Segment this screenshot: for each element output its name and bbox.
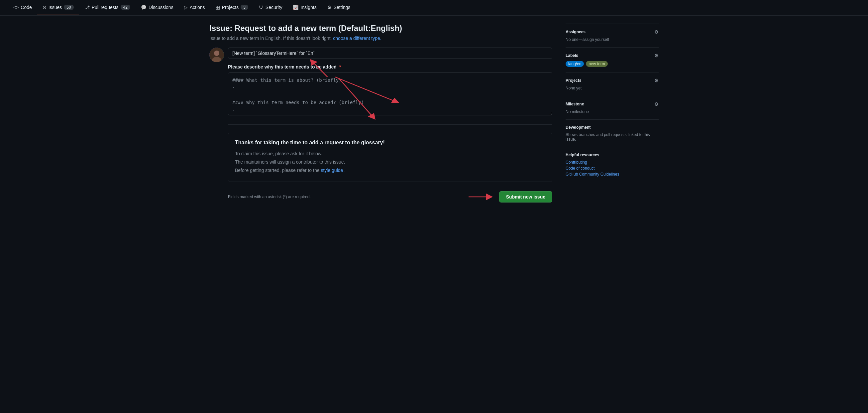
form-content: Please describe why this term needs to b… xyxy=(228,48,552,203)
milestone-gear-icon[interactable]: ⚙ xyxy=(654,101,659,107)
issues-icon: ⊙ xyxy=(42,5,46,10)
projects-badge: 3 xyxy=(241,5,248,10)
nav-security-label: Security xyxy=(266,5,282,10)
labels-list: lang/en new term xyxy=(566,61,659,67)
assignees-header: Assignees ⚙ xyxy=(566,29,659,35)
issue-form-area: Please describe why this term needs to b… xyxy=(209,48,552,203)
thanks-section: Thanks for taking the time to add a requ… xyxy=(228,133,552,182)
nav-pull-requests[interactable]: ⎇ Pull requests 42 xyxy=(79,0,135,15)
subtitle-text: Issue to add a new term in English. If t… xyxy=(209,36,333,41)
assignees-section: Assignees ⚙ No one—assign yourself xyxy=(566,24,659,47)
security-icon: 🛡 xyxy=(259,5,264,10)
assignees-gear-icon[interactable]: ⚙ xyxy=(654,29,659,35)
section-divider xyxy=(228,124,552,125)
nav-discussions-label: Discussions xyxy=(149,5,174,10)
insights-icon: 📈 xyxy=(293,5,299,10)
section-label: Please describe why this term needs to b… xyxy=(228,64,552,69)
nav-settings[interactable]: ⚙ Settings xyxy=(322,0,356,15)
projects-icon: ▦ xyxy=(216,5,220,10)
nav-bar: <> Code ⊙ Issues 50 ⎇ Pull requests 42 💬… xyxy=(0,0,868,16)
thanks-line2: The maintainers will assign a contributo… xyxy=(235,159,345,165)
thanks-line3-suffix: . xyxy=(344,168,346,173)
projects-gear-icon[interactable]: ⚙ xyxy=(654,78,659,83)
code-of-conduct-link[interactable]: Code of conduct xyxy=(566,166,659,171)
code-icon: <> xyxy=(13,5,19,10)
nav-issues-label: Issues xyxy=(49,5,62,10)
left-column: Issue: Request to add a new term (Defaul… xyxy=(209,24,552,203)
helpful-resources-title: Helpful resources xyxy=(566,153,659,157)
main-container: Issue: Request to add a new term (Defaul… xyxy=(202,16,666,210)
settings-icon: ⚙ xyxy=(327,5,332,10)
projects-value: None yet xyxy=(566,86,659,90)
svg-point-4 xyxy=(214,51,219,56)
fields-note: Fields marked with an asterisk (*) are r… xyxy=(228,195,311,199)
contributing-link[interactable]: Contributing xyxy=(566,160,659,165)
submit-button[interactable]: Submit new issue xyxy=(499,191,552,203)
development-title: Development xyxy=(566,125,591,130)
subtitle: Issue to add a new term in English. If t… xyxy=(209,36,552,41)
assignees-title: Assignees xyxy=(566,30,586,34)
development-value: Shows branches and pull requests linked … xyxy=(566,132,659,142)
thanks-line1: To claim this issue, please ask for it b… xyxy=(235,151,322,156)
nav-insights-label: Insights xyxy=(301,5,316,10)
nav-actions[interactable]: ▷ Actions xyxy=(179,0,210,15)
milestone-value: No milestone xyxy=(566,109,659,114)
page-title: Issue: Request to add a new term (Defaul… xyxy=(209,24,552,33)
labels-gear-icon[interactable]: ⚙ xyxy=(654,53,659,58)
community-guidelines-link[interactable]: GitHub Community Guidelines xyxy=(566,172,659,177)
labels-title: Labels xyxy=(566,53,578,58)
avatar xyxy=(209,48,224,62)
nav-discussions[interactable]: 💬 Discussions xyxy=(135,0,179,15)
style-guide-link[interactable]: style guide xyxy=(321,168,343,173)
development-section: Development Shows branches and pull requ… xyxy=(566,119,659,147)
nav-insights[interactable]: 📈 Insights xyxy=(287,0,322,15)
issue-title-input[interactable] xyxy=(228,48,552,59)
avatar-image xyxy=(209,48,224,62)
projects-title: Projects xyxy=(566,78,581,83)
thanks-title: Thanks for taking the time to add a requ… xyxy=(235,140,545,146)
discussions-icon: 💬 xyxy=(141,5,147,10)
assignees-value: No one—assign yourself xyxy=(566,37,659,42)
nav-settings-label: Settings xyxy=(334,5,350,10)
right-sidebar: Assignees ⚙ No one—assign yourself Label… xyxy=(566,24,659,203)
nav-code[interactable]: <> Code xyxy=(8,0,37,15)
pr-badge: 42 xyxy=(121,5,130,10)
projects-section: Projects ⚙ None yet xyxy=(566,72,659,96)
milestone-title: Milestone xyxy=(566,102,584,107)
nav-pr-label: Pull requests xyxy=(92,5,119,10)
labels-section: Labels ⚙ lang/en new term xyxy=(566,47,659,72)
actions-icon: ▷ xyxy=(184,5,188,10)
milestone-header: Milestone ⚙ xyxy=(566,101,659,107)
nav-actions-label: Actions xyxy=(190,5,205,10)
nav-issues[interactable]: ⊙ Issues 50 xyxy=(37,0,79,15)
thanks-line3-prefix: Before getting started, please refer to … xyxy=(235,168,321,173)
label-lang-en[interactable]: lang/en xyxy=(566,61,584,67)
labels-header: Labels ⚙ xyxy=(566,53,659,58)
required-star: * xyxy=(339,64,341,69)
subtitle-link[interactable]: choose a different type. xyxy=(333,36,381,41)
avatar-svg xyxy=(209,48,224,62)
label-new-term[interactable]: new term xyxy=(586,61,608,67)
pr-icon: ⎇ xyxy=(84,5,90,10)
helpful-resources-section: Helpful resources Contributing Code of c… xyxy=(566,147,659,183)
submit-arrow xyxy=(469,192,495,202)
thanks-body: To claim this issue, please ask for it b… xyxy=(235,150,545,175)
form-footer: Fields marked with an asterisk (*) are r… xyxy=(228,187,552,203)
description-textarea[interactable]: #### What this term is about? (briefly) … xyxy=(228,72,552,115)
submit-area: Submit new issue xyxy=(469,191,552,203)
nav-code-label: Code xyxy=(21,5,32,10)
projects-header: Projects ⚙ xyxy=(566,78,659,83)
nav-security[interactable]: 🛡 Security xyxy=(253,0,288,15)
development-header: Development xyxy=(566,125,659,130)
milestone-section: Milestone ⚙ No milestone xyxy=(566,96,659,119)
issues-badge: 50 xyxy=(64,5,73,10)
nav-projects[interactable]: ▦ Projects 3 xyxy=(210,0,253,15)
nav-projects-label: Projects xyxy=(222,5,239,10)
